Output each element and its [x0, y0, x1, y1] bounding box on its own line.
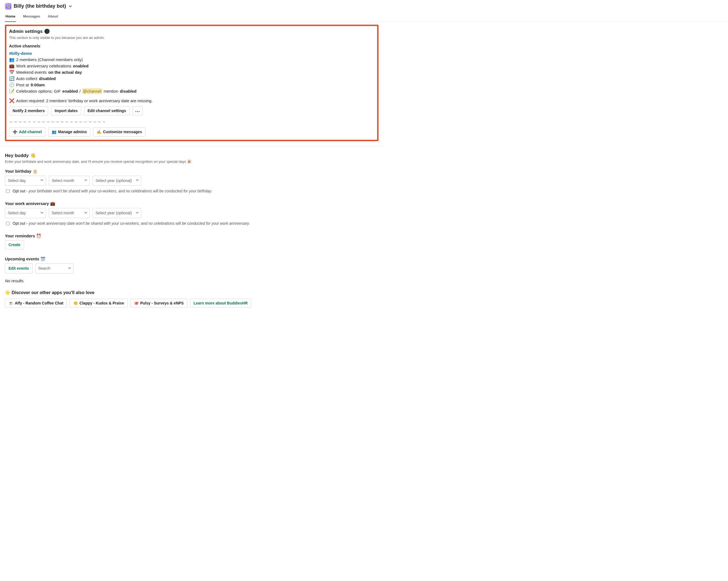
tab-messages[interactable]: Messages: [23, 11, 41, 22]
wave-divider: ～～～～～～～～～～～～～～～～～～～～～: [9, 119, 374, 125]
calendar-icon: 📅: [9, 70, 15, 75]
chevron-down-icon: [136, 178, 139, 184]
celebration-line: 📝 Celebration options: GIF enabled / @ch…: [9, 88, 374, 94]
admin-settings-subtitle: This section is only visible to you beca…: [9, 35, 374, 40]
birthday-label: Your birthday 🎂: [5, 168, 379, 174]
more-actions-button[interactable]: [132, 106, 143, 116]
anniversary-month-value: Select month: [52, 211, 74, 215]
tab-about[interactable]: About: [47, 11, 59, 22]
reminders-label: Your reminders ⏰: [5, 233, 379, 239]
birthday-year-select[interactable]: Select year (optional): [93, 176, 141, 186]
edit-events-button[interactable]: Edit events: [5, 263, 33, 274]
celebration-mention-state: disabled: [120, 88, 137, 94]
autocollect-state: disabled: [39, 76, 56, 81]
weekend-text: Weekend events: [16, 69, 47, 75]
clappy-label: Clappy - Kudos & Praise: [79, 301, 124, 306]
chevron-down-icon: [136, 210, 139, 216]
posttime-line: 🕘 Post at 9:00am: [9, 82, 374, 88]
octopus-icon: 🐙: [134, 301, 138, 306]
tab-home[interactable]: Home: [5, 11, 16, 22]
channel-link[interactable]: #billy-demo: [9, 51, 32, 56]
members-icon: 👥: [52, 130, 56, 134]
user-section: Hey buddy 👋 Enter your birthdate and wor…: [5, 152, 379, 308]
manage-admins-label: Manage admins: [58, 130, 87, 134]
chevron-down-icon: [84, 210, 87, 216]
events-search-select[interactable]: Search: [35, 263, 74, 274]
app-avatar: 🤖: [5, 3, 11, 9]
action-required-line: ❌ Action required: 2 members' birthday o…: [9, 98, 374, 104]
birthday-day-select[interactable]: Select day: [5, 176, 46, 186]
no-results-text: No results.: [5, 278, 379, 284]
app-header: 🤖 Billy (the birthday bot): [0, 0, 728, 11]
alfy-label: Alfy - Random Coffee Chat: [15, 301, 63, 306]
birthday-year-value: Select year (optional): [96, 178, 132, 183]
celebration-sep: /: [79, 88, 80, 94]
channel-action-buttons: Notify 2 members Import dates Edit chann…: [9, 106, 374, 116]
anniversary-label: Your work anniversary 💼: [5, 201, 379, 206]
alfy-app-button[interactable]: ☕ Alfy - Random Coffee Chat: [5, 299, 67, 308]
autocollect-line: 🔄 Auto collect disabled: [9, 76, 374, 81]
import-dates-button[interactable]: Import dates: [51, 106, 81, 116]
birthday-day-value: Select day: [8, 178, 26, 183]
notify-members-button[interactable]: Notify 2 members: [9, 106, 48, 116]
optout-label-pre: Opt out: [12, 221, 26, 226]
hey-buddy-subtitle: Enter your birthdate and work anniversar…: [5, 159, 379, 164]
tab-bar: Home Messages About: [0, 11, 728, 22]
anniversary-state: enabled: [73, 63, 88, 69]
coffee-icon: ☕: [8, 301, 13, 306]
discover-title: 🌟 Discover our other apps you'll also lo…: [5, 290, 379, 296]
optout-label: Opt out - your birthdate won't be shared…: [12, 188, 212, 194]
anniversary-optout-checkbox[interactable]: [6, 222, 9, 225]
briefcase-icon: 💼: [9, 64, 15, 68]
chevron-down-icon: [40, 178, 44, 184]
anniversary-month-select[interactable]: Select month: [49, 208, 90, 219]
anniversary-year-select[interactable]: Select year (optional): [93, 208, 141, 219]
weekend-state: on the actual day: [48, 69, 82, 75]
page-body: Admin settings 🌑 This section is only vi…: [0, 22, 384, 319]
chevron-down-icon: [84, 178, 87, 184]
add-channel-button[interactable]: ➕ Add channel: [9, 127, 46, 136]
celebration-mention-post: mention: [104, 88, 118, 94]
birthday-optout-checkbox[interactable]: [6, 190, 9, 193]
memo-icon: 📝: [9, 89, 15, 94]
pulsy-app-button[interactable]: 🐙 Pulsy - Surveys & eNPS: [130, 299, 187, 308]
birthday-month-select[interactable]: Select month: [49, 176, 90, 186]
posttime-text: Post at: [16, 82, 29, 88]
learn-more-button[interactable]: Learn more about BuddiesHR: [190, 299, 252, 308]
edit-channel-settings-button[interactable]: Edit channel settings: [84, 106, 130, 116]
svg-point-0: [136, 111, 136, 112]
anniversary-optout-row[interactable]: Opt out - your work anniversary date won…: [5, 221, 379, 226]
manage-admins-button[interactable]: 👥 Manage admins: [48, 127, 90, 136]
section-divider: [0, 146, 384, 146]
anniversary-line: 💼 Work anniversary celebrations enabled: [9, 63, 374, 69]
app-title[interactable]: Billy (the birthday bot): [14, 3, 66, 9]
celebration-pre: Celebration options: GIF: [16, 88, 61, 94]
optout-anniversary-detail: your work anniversary date won't be shar…: [28, 221, 250, 226]
celebration-gif-state: enabled: [62, 88, 78, 94]
channel-members-line: 👥 2 members (Channel members only): [9, 57, 374, 62]
birthday-select-row: Select day Select month Select year (opt…: [5, 176, 379, 186]
events-search-placeholder: Search: [38, 266, 50, 271]
birthday-optout-row[interactable]: Opt out - your birthdate won't be shared…: [5, 188, 379, 194]
clap-icon: 👏: [73, 301, 78, 306]
customize-messages-button[interactable]: ✍️ Customize messages: [93, 127, 146, 136]
posttime-value: 9:00am: [31, 82, 45, 88]
svg-point-1: [137, 111, 138, 112]
anniversary-year-value: Select year (optional): [96, 211, 132, 215]
active-channels-title: Active channels: [9, 43, 374, 49]
anniversary-day-select[interactable]: Select day: [5, 208, 46, 219]
cross-icon: ❌: [9, 99, 15, 103]
create-reminder-button[interactable]: Create: [5, 241, 24, 249]
optout-label-pre: Opt out: [12, 189, 26, 193]
clock-icon: 🕘: [9, 83, 15, 87]
chevron-down-icon[interactable]: [69, 5, 72, 8]
add-channel-label: Add channel: [19, 130, 42, 134]
admin-settings-panel: Admin settings 🌑 This section is only vi…: [5, 25, 379, 141]
action-required-text: Action required: 2 members' birthday or …: [16, 98, 153, 104]
recycle-icon: 🔄: [9, 76, 15, 81]
channel-members-text: 2 members (Channel members only): [16, 57, 83, 62]
optout-label: Opt out - your work anniversary date won…: [12, 221, 250, 226]
chevron-down-icon: [40, 210, 44, 216]
more-icon: [135, 108, 140, 113]
clappy-app-button[interactable]: 👏 Clappy - Kudos & Praise: [70, 299, 128, 308]
